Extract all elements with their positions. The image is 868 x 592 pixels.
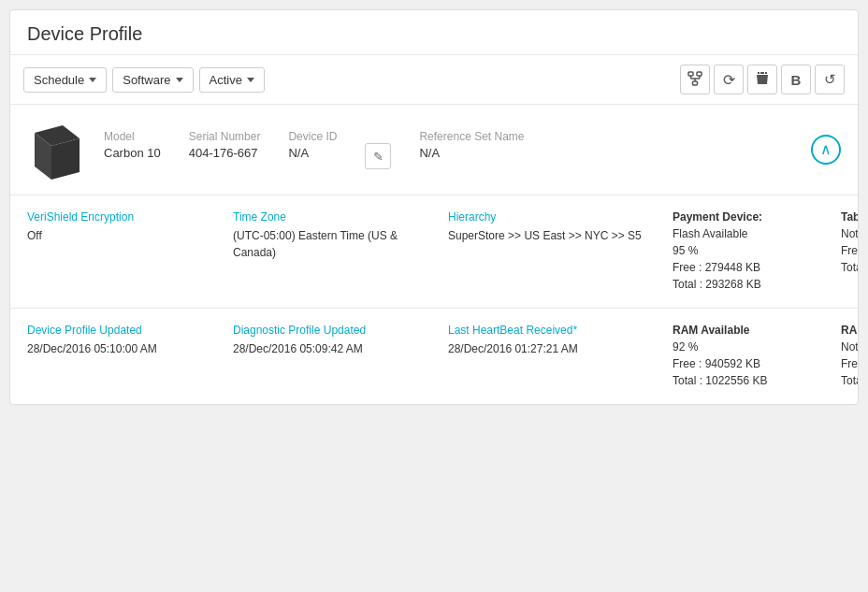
- active-dropdown[interactable]: Active: [199, 67, 265, 93]
- tablet-label: Tablet: Flash Available: [841, 210, 859, 224]
- delete-button[interactable]: [747, 65, 777, 94]
- ram-payment-label: RAM Available: [673, 324, 828, 337]
- svg-rect-0: [688, 72, 693, 76]
- profile-updated-label: Device Profile Updated: [27, 324, 220, 337]
- profile-updated-value: 28/Dec/2016 05:10:00 AM: [27, 340, 220, 357]
- page-title: Device Profile: [10, 10, 858, 55]
- model-field-group: Model Carbon 10: [104, 130, 161, 160]
- heartbeat-label: Last HeartBeat Received*: [448, 324, 659, 337]
- collapse-button[interactable]: ∧: [811, 135, 841, 165]
- diag-updated-value: 28/Dec/2016 05:09:42 AM: [233, 340, 435, 357]
- bold-icon: B: [791, 72, 802, 88]
- hierarchy-value: SuperStore >> US East >> NYC >> S5: [448, 227, 659, 244]
- timezone-col: Time Zone (UTC-05:00) Eastern Time (US &…: [233, 210, 448, 293]
- refresh-button[interactable]: ⟳: [714, 65, 744, 94]
- reset-button[interactable]: ↺: [815, 65, 845, 94]
- device-id-label: Device ID: [288, 130, 337, 143]
- details-section-row2: Device Profile Updated 28/Dec/2016 05:10…: [10, 309, 858, 404]
- payment-label: Payment Device:: [673, 210, 828, 224]
- edit-button[interactable]: ✎: [365, 143, 391, 169]
- verishield-label: VeriShield Encryption: [27, 210, 220, 224]
- serial-label: Serial Number: [189, 130, 261, 143]
- hierarchy-label: Hierarchy: [448, 210, 659, 224]
- toolbar: Schedule Software Active: [10, 55, 858, 105]
- hierarchy-button[interactable]: [680, 65, 710, 94]
- ram-payment-col: RAM Available 92 %Free : 940592 KBTotal …: [673, 324, 841, 389]
- refresh-icon: ⟳: [723, 71, 735, 89]
- ram-tablet-col: RAM Available Not availableFree : -Total…: [841, 324, 859, 389]
- device-id-field-group: Device ID N/A: [288, 130, 337, 160]
- device-id-value: N/A: [288, 146, 337, 160]
- reset-icon: ↺: [824, 71, 836, 88]
- verishield-col: VeriShield Encryption Off: [27, 210, 233, 293]
- details-section-row1: VeriShield Encryption Off Time Zone (UTC…: [10, 195, 858, 309]
- collapse-icon: ∧: [820, 142, 832, 157]
- device-profile-container: Device Profile Schedule Software Active: [9, 9, 859, 405]
- diag-updated-label: Diagnostic Profile Updated: [233, 324, 435, 337]
- serial-value: 404-176-667: [189, 146, 261, 160]
- toolbar-right: ⟳ B ↺: [680, 65, 845, 94]
- schedule-caret-icon: [89, 78, 96, 82]
- diag-updated-col: Diagnostic Profile Updated 28/Dec/2016 0…: [233, 324, 448, 389]
- heartbeat-col: Last HeartBeat Received* 28/Dec/2016 01:…: [448, 324, 673, 389]
- model-value: Carbon 10: [104, 146, 161, 160]
- active-label: Active: [210, 73, 242, 87]
- bold-button[interactable]: B: [781, 65, 811, 94]
- hierarchy-col: Hierarchy SuperStore >> US East >> NYC >…: [448, 210, 673, 293]
- verishield-value: Off: [27, 227, 220, 244]
- active-caret-icon: [247, 78, 254, 82]
- profile-updated-col: Device Profile Updated 28/Dec/2016 05:10…: [27, 324, 233, 389]
- ref-set-label: Reference Set Name: [419, 130, 524, 143]
- delete-icon: [756, 71, 769, 89]
- svg-rect-2: [693, 81, 698, 85]
- device-info-section: Model Carbon 10 Serial Number 404-176-66…: [10, 105, 858, 195]
- ref-set-value: N/A: [419, 146, 524, 160]
- software-caret-icon: [176, 78, 183, 82]
- tablet-flash-value: Not availableFree : -Total : -: [841, 225, 859, 276]
- ref-set-field-group: Reference Set Name N/A: [419, 130, 524, 160]
- device-image: [27, 120, 87, 180]
- hierarchy-icon: [687, 71, 702, 89]
- payment-stats: 95 %Free : 279448 KBTotal : 293268 KB: [673, 242, 828, 293]
- heartbeat-value: 28/Dec/2016 01:27:21 AM: [448, 340, 659, 357]
- software-dropdown[interactable]: Software: [112, 67, 193, 93]
- svg-rect-1: [697, 72, 702, 76]
- tablet-col: Tablet: Flash Available Not availableFre…: [841, 210, 859, 293]
- software-label: Software: [123, 73, 170, 87]
- payment-col: Payment Device: Flash Available 95 %Free…: [673, 210, 841, 293]
- ram-payment-value: 92 %Free : 940592 KBTotal : 1022556 KB: [673, 339, 828, 389]
- model-label: Model: [104, 130, 161, 143]
- ram-tablet-value: Not availableFree : -Total : -: [841, 339, 859, 389]
- serial-field-group: Serial Number 404-176-667: [189, 130, 261, 160]
- toolbar-left: Schedule Software Active: [23, 67, 680, 93]
- ram-tablet-label: RAM Available: [841, 324, 859, 337]
- timezone-value: (UTC-05:00) Eastern Time (US & Canada): [233, 227, 435, 261]
- schedule-label: Schedule: [34, 73, 84, 87]
- schedule-dropdown[interactable]: Schedule: [23, 67, 107, 93]
- edit-icon: ✎: [373, 150, 383, 164]
- device-fields: Model Carbon 10 Serial Number 404-176-66…: [104, 130, 841, 169]
- timezone-label: Time Zone: [233, 210, 435, 224]
- payment-available: Flash Available: [673, 225, 828, 242]
